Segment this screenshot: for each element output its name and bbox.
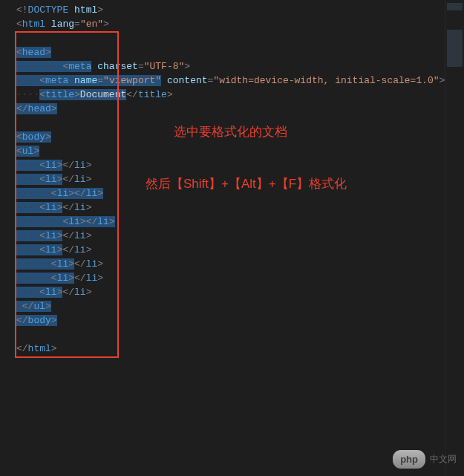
code-line[interactable]: ····<li></li> (16, 285, 445, 299)
watermark-badge: php (393, 450, 425, 469)
minimap-region (447, 3, 463, 10)
editor-wrap: <!DOCTYPE html> <html lang="en"> <head> … (0, 0, 464, 476)
code-line[interactable]: ······<li></li> (16, 271, 445, 285)
code-line[interactable]: ····<title>Document</title> (16, 88, 445, 102)
code-line[interactable]: ······<li></li> (16, 257, 445, 271)
code-line[interactable]: </html> (16, 342, 445, 356)
code-line[interactable]: ····<li></li> (16, 200, 445, 215)
code-line[interactable]: ········<meta charset="UTF-8"> (16, 59, 445, 74)
watermark: php 中文网 (393, 450, 457, 469)
watermark-text: 中文网 (430, 452, 457, 466)
minimap-region (447, 30, 463, 67)
code-editor[interactable]: <!DOCTYPE html> <html lang="en"> <head> … (0, 0, 445, 476)
code-line[interactable]: ····<li></li> (16, 158, 445, 172)
code-line[interactable]: <ul> (16, 144, 445, 158)
code-line[interactable]: </body> (16, 313, 445, 327)
code-line[interactable]: <!DOCTYPE html> (16, 3, 445, 17)
code-line[interactable]: <head> (16, 45, 445, 59)
code-line[interactable]: <html lang="en"> (16, 17, 445, 31)
code-line[interactable]: ····<meta name="viewport" content="width… (16, 74, 445, 88)
code-line[interactable] (16, 327, 445, 342)
code-line[interactable]: ·</ul> (16, 299, 445, 313)
annotation-text-1: 选中要格式化的文档 (174, 125, 287, 139)
code-line[interactable] (16, 31, 445, 45)
code-line[interactable]: </head> (16, 102, 445, 116)
minimap[interactable] (445, 0, 464, 476)
code-line[interactable]: ········<li></li> (16, 215, 445, 229)
annotation-text-2: 然后【Shift】+【Alt】+【F】格式化 (146, 177, 347, 191)
code-line[interactable]: ····<li></li> (16, 243, 445, 257)
code-line[interactable]: ····<li></li> (16, 229, 445, 243)
